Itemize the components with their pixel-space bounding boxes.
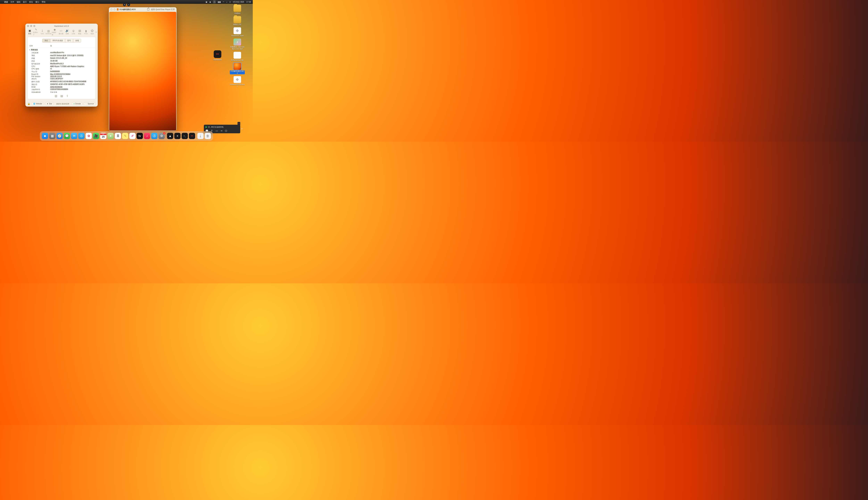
menu-window[interactable]: 窗口 [35,1,39,3]
table-row[interactable]: 主板序列号C02018700GUK0000N [27,88,95,91]
table-row[interactable]: ROMA85E45D86046 [27,86,95,88]
table-row[interactable]: 内存16.00 GB [27,60,95,62]
menubar-app-name[interactable]: 访达 [4,1,8,3]
table-row[interactable]: VDA 解码器完全支持 [27,91,95,93]
quicklook-fullscreen-button[interactable] [114,9,115,10]
tab-misc[interactable]: 杂项 [73,39,81,43]
table-row[interactable]: 序列号C02CL8K3P3XY [27,78,95,80]
dock-hackintool[interactable]: ✂ [189,133,195,139]
sponsor-button[interactable]: ♡Sponsor [84,102,96,105]
table-group[interactable]: 系统信息 [27,48,95,52]
status-spotlight-icon[interactable]: ⌕ [226,1,227,3]
dock-messages[interactable]: 💬 [64,133,70,139]
status-record-icon[interactable]: ◉ [209,1,211,3]
desktop-item[interactable]: zip5.Hackintool.zip [230,52,245,61]
tab-model[interactable]: 型号 [65,39,73,43]
quicklook-content[interactable] [109,12,176,130]
lock-icon[interactable]: 🔒 [27,102,30,105]
dock-terminal[interactable]: >_ [182,133,188,139]
toolbar-display[interactable]: ▭显示器 [58,29,64,35]
tab-system[interactable]: 系统 [42,39,50,43]
desktop-app-hackintool[interactable]: ✂ Hackintool [213,50,221,61]
dock-music[interactable]: ♪ [144,133,150,139]
desktop-item[interactable]: ♪音频测试 儿歌小白兔白又白.mp3 [230,38,245,50]
dock-trash[interactable]: 🗑 [205,133,211,139]
export-icon[interactable]: ⇪ [66,94,68,98]
desktop-item[interactable]: VoodooI2C.kext [230,27,245,37]
columns-remove-icon[interactable]: ▤ [60,94,63,98]
dock-reminders[interactable]: ≣ [115,133,121,139]
dock-downloads[interactable]: ⭳ [197,133,204,139]
table-row[interactable]: 系统 ID3245670C-4C8F-478F-9B7D-4EB0FC410F5 [27,83,95,86]
table-row[interactable]: 主机名称xxxxMacBook-Pro [27,52,95,54]
dock-facetime[interactable]: 🎥 [93,133,99,139]
toolbar-patch[interactable]: ✎应用补丁 [33,28,39,36]
minimize-button[interactable] [30,25,32,27]
status-input-source[interactable]: A [213,1,216,3]
dock-finder[interactable]: ☻ [42,133,48,139]
website-button[interactable]: 🌐Website [32,102,44,105]
zoom-button[interactable] [33,25,35,27]
table-row[interactable]: Board IDMac-E1008331FDC96864 [27,73,95,75]
tab-serialgen[interactable]: 序列号生成器 [50,39,65,43]
menu-view[interactable]: 显示 [23,1,27,3]
toolbar-kexts[interactable]: ◆内核扩展 [52,28,58,36]
table-row[interactable]: 内核Darwin 22.6.0 x86_64 [27,57,95,60]
dock-launchpad[interactable]: ▦ [49,133,55,139]
open-with-button[interactable]: 使用 QuickTime Player 打开 [151,8,175,11]
table-body[interactable]: 系统信息主机名称xxxxMacBook-Pro系统macOS Ventura 版… [27,48,95,93]
table-row[interactable]: 平台 ID0x00000000 [27,70,95,73]
desktop-item[interactable]: WIN11 PE [230,16,245,26]
menu-file[interactable]: 文件 [10,1,14,3]
desktop-item[interactable]: Untitled [230,5,245,14]
status-control-center-icon[interactable]: ⎚ [229,1,231,3]
remote-close-icon[interactable]: ⓧ [225,129,227,133]
dock-running-app1[interactable]: ▲ [167,133,173,139]
close-button[interactable] [27,25,29,27]
dock-maps[interactable]: ➤ [107,133,114,139]
quicklook-close-button[interactable] [111,9,112,10]
star-button[interactable]: ★Star [45,102,54,105]
toolbar-overflow-icon[interactable]: » [95,31,98,33]
status-battery-icon[interactable]: ▮▮▮ [218,1,221,3]
dock-safari[interactable]: 🧭 [56,133,63,139]
menu-help[interactable]: 帮助 [42,1,45,3]
dock-calendar[interactable]: 4月25 [100,133,106,139]
table-row[interactable]: CPU 架构x1 [27,68,95,70]
donate-button[interactable]: ●Donate [72,102,82,105]
dock-appstore[interactable]: Ⓐ [151,133,158,139]
dock-photos[interactable]: ✿ [85,133,92,139]
table-row[interactable]: CPUAMD Ryzen 7 5700G with Radeon Graphic… [27,65,95,68]
dock-appstore-alt[interactable]: Ⓐ [78,133,84,139]
toolbar-disk[interactable]: ▤硬盘 [77,29,83,35]
toolbar-power[interactable]: ⏻电源 [89,29,95,35]
toolbar-audio[interactable]: 🔊音频 [64,29,70,35]
table-row[interactable]: 型号标识符MacBookPro16,3 [27,62,95,65]
toolbar-system[interactable]: ▣系统 [27,29,33,35]
menubar-date[interactable]: 4月25日 周四 [233,1,244,3]
toolbar-boot[interactable]: ⤓引导 [39,29,45,35]
toolbar-usb[interactable]: ψUSB [70,29,76,35]
share-icon[interactable] [147,8,149,10]
remote-file-icon[interactable]: ⇥ [220,129,222,133]
dock-freeform[interactable]: ✐ [129,133,136,139]
desktop-item[interactable]: VoodooI2CHID.kext [230,76,245,88]
remote-expand-icon[interactable]: » [241,127,243,130]
dock-notes[interactable]: ✎ [122,133,128,139]
dock-running-app2[interactable]: ⌖ [174,133,181,139]
dock-tv[interactable]: tv [137,133,143,139]
table-row[interactable]: FW Version2020.80.13.0.0 [27,75,95,78]
toolbar-nvram[interactable]: ▥NVRAM [45,29,52,35]
menu-go[interactable]: 前往 [29,1,33,3]
desktop-item[interactable]: VDA解码测试.MOV [230,63,245,74]
menu-edit[interactable]: 编辑 [17,1,21,3]
remote-whiteboard-icon[interactable]: ▭ [216,129,218,133]
status-wifi-icon[interactable]: ⌔ [223,1,224,3]
table-row[interactable]: 系统macOS Ventura 版本 13.6.6 (版号 22G630) [27,54,95,57]
menubar-time[interactable]: 17:48 [246,1,251,3]
status-screenmirror-icon[interactable]: ▣ [206,1,207,3]
table-row[interactable]: 硬件 UUIDAF0950CD-05C3-5C48-B8E0-7DX476X54… [27,80,95,83]
toolbar-pcie[interactable]: ▮PCIe [83,29,89,35]
columns-add-icon[interactable]: ▥ [55,94,57,98]
dock-mail[interactable]: ✉ [71,133,77,139]
